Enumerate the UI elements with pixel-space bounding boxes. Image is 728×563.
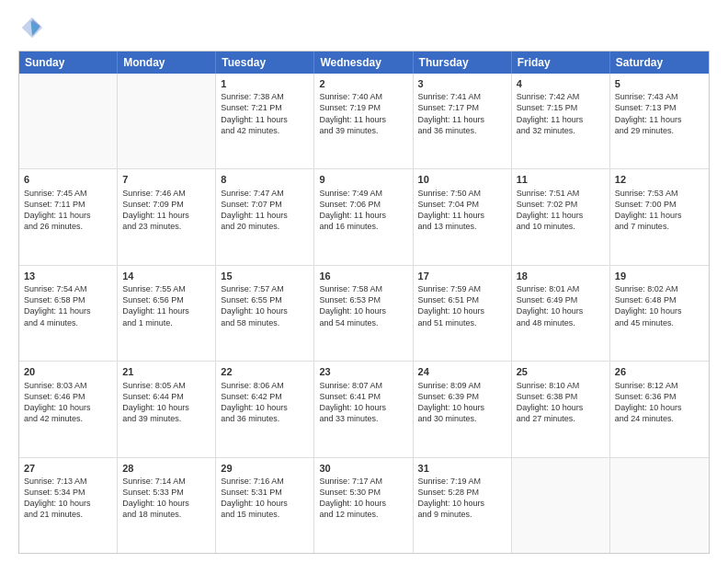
calendar-cell: 18Sunrise: 8:01 AMSunset: 6:49 PMDayligh… [512,266,610,361]
calendar-cell: 26Sunrise: 8:12 AMSunset: 6:36 PMDayligh… [610,362,709,456]
calendar-cell: 25Sunrise: 8:10 AMSunset: 6:38 PMDayligh… [512,362,610,456]
cell-line: Sunrise: 7:14 AM [122,476,210,487]
day-number: 31 [418,462,506,475]
cell-line: and 58 minutes. [221,317,309,328]
cell-line: Daylight: 11 hours [517,210,605,221]
cell-line: Sunrise: 7:42 AM [517,91,605,102]
day-number: 9 [319,173,407,186]
calendar-header: SundayMondayTuesdayWednesdayThursdayFrid… [19,52,709,74]
cell-line: Sunset: 7:15 PM [517,102,605,113]
cell-line: Sunrise: 7:41 AM [418,91,506,102]
cell-line: Sunset: 6:58 PM [24,294,112,305]
cell-line: and 48 minutes. [517,317,605,328]
cell-line: Sunrise: 7:46 AM [122,188,210,199]
cell-line: Sunset: 6:53 PM [319,294,407,305]
cell-line: Sunset: 5:33 PM [122,487,210,498]
calendar-cell: 21Sunrise: 8:05 AMSunset: 6:44 PMDayligh… [118,362,216,456]
calendar-row: 27Sunrise: 7:13 AMSunset: 5:34 PMDayligh… [19,458,709,553]
cell-line: Sunset: 7:21 PM [221,102,309,113]
day-number: 24 [418,365,506,378]
cell-line: Daylight: 10 hours [221,498,309,509]
cell-line: Sunset: 6:41 PM [319,391,407,402]
cell-line: Daylight: 10 hours [615,305,704,316]
calendar-cell: 29Sunrise: 7:16 AMSunset: 5:31 PMDayligh… [216,458,314,553]
cell-line: Daylight: 10 hours [24,498,112,509]
cell-line: Sunrise: 8:09 AM [418,380,506,391]
cell-line: Sunset: 7:06 PM [319,199,407,210]
cell-line: Sunrise: 7:53 AM [615,188,704,199]
calendar-cell: 11Sunrise: 7:51 AMSunset: 7:02 PMDayligh… [512,169,610,264]
page: SundayMondayTuesdayWednesdayThursdayFrid… [0,0,728,563]
calendar-cell: 23Sunrise: 8:07 AMSunset: 6:41 PMDayligh… [314,362,413,456]
cell-line: and 54 minutes. [319,317,407,328]
calendar-cell: 5Sunrise: 7:43 AMSunset: 7:13 PMDaylight… [610,74,709,168]
calendar-cell: 20Sunrise: 8:03 AMSunset: 6:46 PMDayligh… [19,362,118,456]
header-cell: Thursday [414,52,512,74]
cell-line: Sunrise: 7:19 AM [418,476,506,487]
logo-icon [18,14,46,41]
calendar-cell: 28Sunrise: 7:14 AMSunset: 5:33 PMDayligh… [118,458,216,553]
cell-line: Daylight: 10 hours [122,498,210,509]
cell-line: Sunrise: 8:10 AM [517,380,605,391]
cell-line: Sunset: 6:48 PM [615,294,704,305]
cell-line: Sunrise: 7:47 AM [221,188,309,199]
cell-line: Sunset: 6:56 PM [122,294,210,305]
cell-line: Daylight: 10 hours [319,402,407,413]
cell-line: Sunrise: 7:58 AM [319,283,407,294]
cell-line: Sunrise: 7:57 AM [221,283,309,294]
cell-line: and 29 minutes. [615,125,704,136]
cell-line: and 4 minutes. [24,317,112,328]
calendar-body: 1Sunrise: 7:38 AMSunset: 7:21 PMDaylight… [19,74,709,553]
header-cell: Friday [512,52,610,74]
cell-line: Daylight: 11 hours [24,305,112,316]
cell-line: Daylight: 11 hours [615,210,704,221]
calendar-cell: 3Sunrise: 7:41 AMSunset: 7:17 PMDaylight… [414,74,512,168]
cell-line: Daylight: 11 hours [122,305,210,316]
cell-line: and 45 minutes. [615,317,704,328]
cell-line: Daylight: 11 hours [418,114,506,125]
day-number: 8 [221,173,309,186]
calendar-cell: 22Sunrise: 8:06 AMSunset: 6:42 PMDayligh… [216,362,314,456]
calendar-cell: 17Sunrise: 7:59 AMSunset: 6:51 PMDayligh… [414,266,512,361]
cell-line: and 51 minutes. [418,317,506,328]
calendar-cell: 27Sunrise: 7:13 AMSunset: 5:34 PMDayligh… [19,458,118,553]
cell-line: Daylight: 11 hours [24,210,112,221]
day-number: 7 [122,173,210,186]
day-number: 30 [319,462,407,475]
day-number: 6 [24,173,112,186]
cell-line: and 39 minutes. [319,125,407,136]
cell-line: Daylight: 10 hours [221,305,309,316]
calendar-cell: 8Sunrise: 7:47 AMSunset: 7:07 PMDaylight… [216,169,314,264]
cell-line: Sunset: 6:49 PM [517,294,605,305]
calendar-cell: 10Sunrise: 7:50 AMSunset: 7:04 PMDayligh… [414,169,512,264]
cell-line: and 39 minutes. [122,413,210,424]
cell-line: and 26 minutes. [24,221,112,232]
calendar-cell: 1Sunrise: 7:38 AMSunset: 7:21 PMDaylight… [216,74,314,168]
cell-line: Daylight: 11 hours [221,210,309,221]
cell-line: and 36 minutes. [221,413,309,424]
calendar-cell: 7Sunrise: 7:46 AMSunset: 7:09 PMDaylight… [118,169,216,264]
calendar-cell [118,74,216,168]
cell-line: Sunset: 6:36 PM [615,391,704,402]
cell-line: Sunrise: 7:16 AM [221,476,309,487]
cell-line: Sunset: 7:09 PM [122,199,210,210]
day-number: 1 [221,77,309,90]
day-number: 17 [418,270,506,282]
cell-line: Daylight: 11 hours [122,210,210,221]
day-number: 3 [418,77,506,90]
calendar-cell: 4Sunrise: 7:42 AMSunset: 7:15 PMDaylight… [512,74,610,168]
cell-line: Daylight: 10 hours [319,498,407,509]
day-number: 18 [517,270,605,282]
cell-line: Daylight: 10 hours [615,402,704,413]
logo [18,14,50,41]
cell-line: Sunset: 5:31 PM [221,487,309,498]
cell-line: Sunrise: 7:51 AM [517,188,605,199]
cell-line: Daylight: 10 hours [517,402,605,413]
cell-line: and 1 minute. [122,317,210,328]
cell-line: Sunset: 6:51 PM [418,294,506,305]
cell-line: Sunrise: 7:13 AM [24,476,112,487]
cell-line: and 12 minutes. [319,509,407,520]
cell-line: Sunset: 7:11 PM [24,199,112,210]
cell-line: Sunset: 6:44 PM [122,391,210,402]
calendar-cell: 30Sunrise: 7:17 AMSunset: 5:30 PMDayligh… [314,458,413,553]
